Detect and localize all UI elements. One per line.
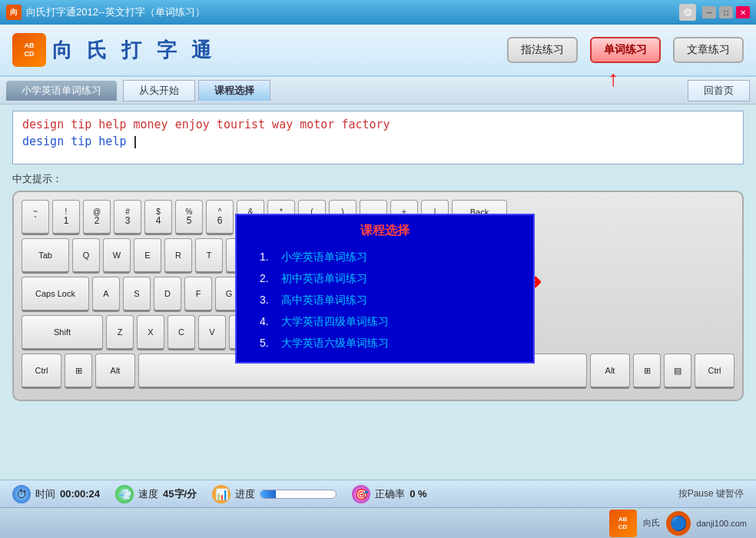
bottom-danji-text: danji100.com [697, 519, 747, 528]
window-controls: ─ □ ✕ [702, 6, 750, 18]
key-w[interactable]: W [103, 238, 131, 274]
words-button[interactable]: 单词练习 [590, 37, 661, 63]
hint-label: 中文提示： [12, 173, 62, 184]
speed-value: 45字/分 [163, 487, 197, 501]
title-bar: 向 向氏打字通2012--英文打字（单词练习） ⚙ ─ □ ✕ [0, 0, 756, 25]
caps-lock-key[interactable]: Caps Lock [22, 277, 89, 312]
accuracy-label: 正确率 [375, 487, 405, 501]
key-s[interactable]: S [123, 277, 151, 312]
accuracy-icon: 🎯 [352, 485, 370, 503]
article-button[interactable]: 文章练习 [673, 37, 744, 63]
logo-text: 向 氏 打 字 通 [52, 37, 216, 64]
hint-area: 中文提示： [0, 171, 756, 188]
win-right-key[interactable]: ⊞ [633, 354, 661, 389]
text-line1: design tip help money enjoy tourist way … [22, 118, 734, 131]
bottom-logo: AB CD [609, 510, 637, 537]
key-4[interactable]: $4 [144, 200, 172, 235]
course-item-3[interactable]: 3. 高中英语单词练习 [237, 290, 533, 311]
course-select-button[interactable]: 课程选择 [198, 80, 270, 101]
key-backtick[interactable]: ~` [22, 200, 49, 235]
pause-hint: 按Pause 键暂停 [678, 487, 744, 500]
speed-status: 💨 速度 45字/分 [115, 485, 197, 503]
speed-label: 速度 [138, 487, 158, 501]
key-1[interactable]: !1 [52, 200, 80, 235]
course-label: 小学英语单词练习 [6, 81, 117, 101]
key-q[interactable]: Q [72, 238, 100, 274]
maximize-button[interactable]: □ [719, 6, 733, 18]
status-bar: ⏱ 时间 00:00:24 💨 速度 45字/分 📊 进度 🎯 正确率 0 % … [0, 480, 756, 507]
alt-right-key[interactable]: Alt [590, 354, 630, 389]
header: AB CD 向 氏 打 字 通 指法练习 单词练习 文章练习 [0, 25, 756, 77]
key-x[interactable]: X [137, 315, 164, 350]
key-6[interactable]: ^6 [206, 200, 234, 235]
bottom-brand-icon[interactable]: 🔵 [666, 511, 691, 536]
keyboard-container: ~` !1 @2 #3 $4 %5 ^6 &7 *8 (9 )0 _- += |… [12, 191, 744, 401]
title-text: 向氏打字通2012--英文打字（单词练习） [26, 5, 679, 19]
menu-key[interactable]: ▤ [664, 354, 691, 389]
course-item-5[interactable]: 5. 大学英语六级单词练习 [237, 333, 533, 354]
progress-bar-container [260, 490, 337, 499]
win-left-key[interactable]: ⊞ [65, 354, 92, 389]
minimize-button[interactable]: ─ [702, 6, 716, 18]
text-display-area: design tip help money enjoy tourist way … [12, 111, 744, 164]
course-item-2[interactable]: 2. 初中英语单词练习 [237, 268, 533, 290]
progress-icon: 📊 [212, 485, 230, 503]
course-item-4[interactable]: 4. 大学英语四级单词练习 [237, 311, 533, 333]
course-item-1[interactable]: 1. 小学英语单词练习 [237, 247, 533, 268]
accuracy-status: 🎯 正确率 0 % [352, 485, 426, 503]
key-5[interactable]: %5 [175, 200, 203, 235]
progress-bar-fill [260, 490, 276, 498]
bottom-site-text: 向氏 [643, 517, 660, 529]
shift-left-key[interactable]: Shift [22, 315, 103, 350]
key-2[interactable]: @2 [83, 200, 111, 235]
tab-key[interactable]: Tab [22, 238, 69, 274]
speed-icon: 💨 [115, 485, 134, 503]
key-t[interactable]: T [195, 238, 223, 274]
logo-icon: AB CD [12, 33, 46, 67]
home-button[interactable]: 回首页 [688, 80, 750, 101]
time-status: ⏱ 时间 00:00:24 [12, 485, 100, 503]
key-a[interactable]: A [92, 277, 120, 312]
key-v[interactable]: V [198, 315, 226, 350]
key-d[interactable]: D [154, 277, 181, 312]
course-popup-title: 课程选择 [237, 223, 533, 239]
progress-label: 进度 [235, 487, 255, 501]
key-r[interactable]: R [164, 238, 192, 274]
settings-button[interactable]: ⚙ [679, 4, 696, 21]
key-f[interactable]: F [184, 277, 212, 312]
accuracy-value: 0 % [410, 488, 426, 500]
progress-status: 📊 进度 [212, 485, 337, 503]
app-icon: 向 [6, 5, 22, 20]
time-value: 00:00:24 [60, 488, 100, 500]
arrow-up-icon: ↓ [608, 69, 618, 94]
key-c[interactable]: C [167, 315, 195, 350]
alt-left-key[interactable]: Alt [95, 354, 135, 389]
ctrl-left-key[interactable]: Ctrl [22, 354, 61, 389]
text-cursor [134, 136, 136, 148]
time-icon: ⏱ [12, 485, 31, 503]
close-button[interactable]: ✕ [736, 6, 750, 18]
key-z[interactable]: Z [106, 315, 134, 350]
key-3[interactable]: #3 [114, 200, 141, 235]
start-from-beginning-button[interactable]: 从头开始 [123, 80, 195, 101]
course-popup: 课程选择 1. 小学英语单词练习 2. 初中英语单词练习 3. 高中英语单词练习… [235, 214, 535, 364]
text-line2: design tip help [22, 134, 734, 148]
time-label: 时间 [35, 487, 55, 501]
nav-bar: 小学英语单词练习 从头开始 课程选择 ↓ 回首页 [0, 77, 756, 105]
bottom-bar: AB CD 向氏 🔵 danji100.com [0, 507, 756, 538]
fingering-button[interactable]: 指法练习 [507, 37, 578, 63]
logo-area: AB CD 向 氏 打 字 通 [12, 33, 216, 67]
ctrl-right-key[interactable]: Ctrl [695, 354, 734, 389]
key-e[interactable]: E [134, 238, 161, 274]
